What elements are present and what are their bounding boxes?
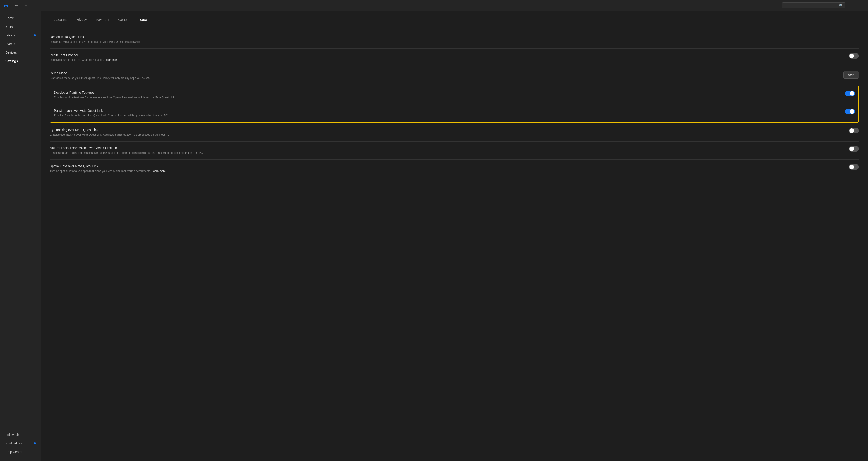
titlebar-nav: ← → <box>3 2 30 9</box>
toggle-thumb-eye-tracking <box>849 129 854 133</box>
tab-account[interactable]: Account <box>50 14 71 25</box>
sidebar-item-notifications[interactable]: Notifications <box>2 439 39 448</box>
setting-text-passthrough: Passthrough over Meta Quest LinkEnables … <box>54 109 845 118</box>
toggle-thumb-passthrough <box>850 109 855 114</box>
setting-desc-developer-runtime: Enables runtime features for developers … <box>54 95 836 100</box>
setting-control-passthrough <box>845 109 855 114</box>
sidebar-dot-library <box>34 34 36 36</box>
setting-control-spatial-data <box>849 164 859 170</box>
setting-text-developer-runtime: Developer Runtime FeaturesEnables runtim… <box>54 91 845 100</box>
meta-logo <box>3 2 9 9</box>
setting-title-eye-tracking: Eye tracking over Meta Quest Link <box>50 128 840 132</box>
toggle-developer-runtime[interactable] <box>845 91 855 96</box>
settings-list: Restart Meta Quest LinkRestarting Meta Q… <box>50 31 859 177</box>
sidebar-dot-notifications <box>34 442 36 444</box>
setting-row-facial-expressions: Natural Facial Expressions over Meta Que… <box>50 142 859 160</box>
tabs: AccountPrivacyPaymentGeneralBeta <box>50 11 859 25</box>
main-content: AccountPrivacyPaymentGeneralBeta Restart… <box>41 11 868 461</box>
setting-link-public-test-channel[interactable]: Learn more <box>104 58 118 62</box>
sidebar-item-store[interactable]: Store <box>2 23 39 31</box>
setting-text-eye-tracking: Eye tracking over Meta Quest LinkEnables… <box>50 128 849 137</box>
sidebar: HomeStoreLibraryEventsDevicesSettings Fo… <box>0 11 41 461</box>
setting-title-facial-expressions: Natural Facial Expressions over Meta Que… <box>50 146 840 150</box>
tab-general[interactable]: General <box>114 14 135 25</box>
setting-text-public-test-channel: Public Test ChannelReceive future Public… <box>50 53 849 62</box>
toggle-thumb-facial-expressions <box>849 146 854 151</box>
setting-control-public-test-channel <box>849 53 859 59</box>
sidebar-item-home[interactable]: Home <box>2 14 39 22</box>
search-input[interactable] <box>784 4 838 7</box>
setting-row-demo-mode: Demo ModeStart demo mode so your Meta Qu… <box>50 67 859 85</box>
setting-desc-facial-expressions: Enables Natural Facial Expressions over … <box>50 151 840 155</box>
sidebar-bottom: Follow ListNotificationsHelp Center <box>0 428 41 458</box>
setting-row-eye-tracking: Eye tracking over Meta Quest LinkEnables… <box>50 124 859 142</box>
sidebar-item-devices[interactable]: Devices <box>2 48 39 57</box>
setting-control-demo-mode: Start <box>843 71 859 79</box>
setting-text-restart: Restart Meta Quest LinkRestarting Meta Q… <box>50 35 859 44</box>
app-body: HomeStoreLibraryEventsDevicesSettings Fo… <box>0 11 868 461</box>
setting-title-passthrough: Passthrough over Meta Quest Link <box>54 109 836 112</box>
sidebar-item-events[interactable]: Events <box>2 40 39 48</box>
toggle-spatial-data[interactable] <box>849 164 859 170</box>
setting-row-restart: Restart Meta Quest LinkRestarting Meta Q… <box>50 31 859 48</box>
forward-button[interactable]: → <box>22 2 30 9</box>
maximize-button[interactable] <box>847 0 858 11</box>
setting-desc-spatial-data: Turn on spatial data to use apps that bl… <box>50 169 840 173</box>
tab-beta[interactable]: Beta <box>135 14 151 25</box>
sidebar-item-settings[interactable]: Settings <box>2 57 39 65</box>
window-controls <box>837 0 868 11</box>
setting-title-public-test-channel: Public Test Channel <box>50 53 840 57</box>
toggle-thumb-developer-runtime <box>850 91 855 96</box>
setting-desc-demo-mode: Start demo mode so your Meta Quest Link … <box>50 76 834 80</box>
tab-privacy[interactable]: Privacy <box>71 14 91 25</box>
setting-row-spatial-data: Spatial Data over Meta Quest LinkTurn on… <box>50 160 859 177</box>
setting-control-eye-tracking <box>849 128 859 133</box>
setting-text-spatial-data: Spatial Data over Meta Quest LinkTurn on… <box>50 164 849 173</box>
setting-title-restart: Restart Meta Quest Link <box>50 35 850 39</box>
sidebar-nav: HomeStoreLibraryEventsDevicesSettings <box>0 13 41 428</box>
highlight-box: Developer Runtime FeaturesEnables runtim… <box>50 86 859 123</box>
setting-control-developer-runtime <box>845 91 855 96</box>
tab-payment[interactable]: Payment <box>91 14 114 25</box>
sidebar-item-follow-list[interactable]: Follow List <box>2 431 39 439</box>
toggle-thumb-public-test-channel <box>849 54 854 58</box>
sidebar-item-help-center[interactable]: Help Center <box>2 448 39 456</box>
toggle-thumb-spatial-data <box>849 165 854 169</box>
start-button-demo-mode[interactable]: Start <box>843 71 859 79</box>
setting-desc-passthrough: Enables Passthrough over Meta Quest Link… <box>54 113 836 118</box>
setting-title-developer-runtime: Developer Runtime Features <box>54 91 836 94</box>
toggle-passthrough[interactable] <box>845 109 855 114</box>
setting-link-spatial-data[interactable]: Learn more <box>152 169 165 173</box>
setting-desc-eye-tracking: Enables eye tracking over Meta Quest Lin… <box>50 133 840 137</box>
setting-text-facial-expressions: Natural Facial Expressions over Meta Que… <box>50 146 849 155</box>
titlebar: ← → 🔍 <box>0 0 868 11</box>
setting-title-demo-mode: Demo Mode <box>50 71 834 75</box>
toggle-facial-expressions[interactable] <box>849 146 859 152</box>
setting-title-spatial-data: Spatial Data over Meta Quest Link <box>50 164 840 168</box>
toggle-public-test-channel[interactable] <box>849 53 859 59</box>
toggle-eye-tracking[interactable] <box>849 128 859 133</box>
setting-text-demo-mode: Demo ModeStart demo mode so your Meta Qu… <box>50 71 843 80</box>
setting-row-developer-runtime: Developer Runtime FeaturesEnables runtim… <box>50 86 859 104</box>
minimize-button[interactable] <box>837 0 847 11</box>
close-button[interactable] <box>858 0 868 11</box>
search-bar: 🔍 <box>782 2 845 8</box>
setting-row-public-test-channel: Public Test ChannelReceive future Public… <box>50 48 859 67</box>
setting-desc-public-test-channel: Receive future Public Test Channel relea… <box>50 58 840 62</box>
sidebar-item-library[interactable]: Library <box>2 31 39 39</box>
setting-row-passthrough: Passthrough over Meta Quest LinkEnables … <box>50 104 859 122</box>
setting-control-facial-expressions <box>849 146 859 152</box>
setting-desc-restart: Restarting Meta Quest Link will reboot a… <box>50 40 850 44</box>
back-button[interactable]: ← <box>13 2 20 9</box>
